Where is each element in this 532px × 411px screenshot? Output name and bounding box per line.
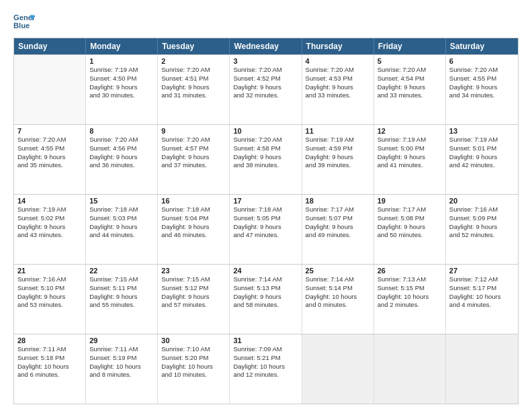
day-info: Sunrise: 7:17 AM Sunset: 5:08 PM Dayligh… bbox=[378, 205, 442, 240]
day-cell-empty-4-5 bbox=[374, 334, 446, 404]
header-day-wednesday: Wednesday bbox=[230, 38, 302, 54]
day-cell-22: 22Sunrise: 7:15 AM Sunset: 5:11 PM Dayli… bbox=[86, 265, 158, 334]
day-number: 30 bbox=[161, 336, 226, 345]
day-info: Sunrise: 7:11 AM Sunset: 5:19 PM Dayligh… bbox=[89, 345, 154, 379]
day-number: 29 bbox=[89, 336, 154, 345]
header-day-sunday: Sunday bbox=[14, 38, 86, 54]
day-cell-5: 5Sunrise: 7:20 AM Sunset: 4:54 PM Daylig… bbox=[374, 55, 446, 124]
day-cell-18: 18Sunrise: 7:17 AM Sunset: 5:07 PM Dayli… bbox=[302, 195, 374, 264]
day-info: Sunrise: 7:18 AM Sunset: 5:05 PM Dayligh… bbox=[233, 205, 298, 240]
day-number: 3 bbox=[233, 57, 298, 65]
day-number: 17 bbox=[233, 197, 298, 205]
day-cell-21: 21Sunrise: 7:16 AM Sunset: 5:10 PM Dayli… bbox=[14, 265, 86, 334]
day-info: Sunrise: 7:20 AM Sunset: 4:55 PM Dayligh… bbox=[17, 136, 82, 170]
day-number: 7 bbox=[17, 127, 82, 135]
day-cell-9: 9Sunrise: 7:20 AM Sunset: 4:57 PM Daylig… bbox=[158, 125, 230, 194]
calendar-row-3: 14Sunrise: 7:19 AM Sunset: 5:02 PM Dayli… bbox=[14, 194, 518, 264]
day-info: Sunrise: 7:11 AM Sunset: 5:18 PM Dayligh… bbox=[17, 345, 82, 379]
day-number: 11 bbox=[306, 127, 370, 135]
header-day-friday: Friday bbox=[374, 38, 446, 54]
day-info: Sunrise: 7:14 AM Sunset: 5:13 PM Dayligh… bbox=[233, 275, 298, 310]
day-info: Sunrise: 7:12 AM Sunset: 5:17 PM Dayligh… bbox=[449, 275, 515, 310]
day-cell-30: 30Sunrise: 7:10 AM Sunset: 5:20 PM Dayli… bbox=[158, 334, 230, 404]
day-info: Sunrise: 7:20 AM Sunset: 4:52 PM Dayligh… bbox=[233, 66, 298, 100]
svg-text:Blue: Blue bbox=[13, 21, 30, 30]
day-number: 6 bbox=[449, 57, 515, 65]
day-cell-12: 12Sunrise: 7:19 AM Sunset: 5:00 PM Dayli… bbox=[374, 125, 446, 194]
day-cell-27: 27Sunrise: 7:12 AM Sunset: 5:17 PM Dayli… bbox=[446, 265, 518, 334]
day-cell-8: 8Sunrise: 7:20 AM Sunset: 4:56 PM Daylig… bbox=[86, 125, 158, 194]
day-number: 19 bbox=[378, 197, 442, 205]
header-day-thursday: Thursday bbox=[302, 38, 374, 54]
day-number: 31 bbox=[233, 336, 298, 345]
calendar-header: SundayMondayTuesdayWednesdayThursdayFrid… bbox=[14, 38, 518, 54]
day-cell-6: 6Sunrise: 7:20 AM Sunset: 4:55 PM Daylig… bbox=[446, 55, 518, 124]
page: General Blue SundayMondayTuesdayWednesda… bbox=[0, 0, 532, 411]
day-number: 1 bbox=[89, 57, 154, 65]
day-cell-2: 2Sunrise: 7:20 AM Sunset: 4:51 PM Daylig… bbox=[158, 55, 230, 124]
day-number: 28 bbox=[17, 336, 82, 345]
day-cell-23: 23Sunrise: 7:15 AM Sunset: 5:12 PM Dayli… bbox=[158, 265, 230, 334]
day-info: Sunrise: 7:17 AM Sunset: 5:07 PM Dayligh… bbox=[306, 205, 370, 240]
day-info: Sunrise: 7:19 AM Sunset: 4:59 PM Dayligh… bbox=[306, 136, 370, 170]
day-number: 8 bbox=[89, 127, 154, 135]
day-number: 12 bbox=[378, 127, 442, 135]
day-cell-3: 3Sunrise: 7:20 AM Sunset: 4:52 PM Daylig… bbox=[230, 55, 302, 124]
day-info: Sunrise: 7:16 AM Sunset: 5:10 PM Dayligh… bbox=[17, 275, 82, 310]
day-cell-26: 26Sunrise: 7:13 AM Sunset: 5:15 PM Dayli… bbox=[374, 265, 446, 334]
day-info: Sunrise: 7:20 AM Sunset: 4:53 PM Dayligh… bbox=[306, 66, 370, 100]
day-info: Sunrise: 7:18 AM Sunset: 5:04 PM Dayligh… bbox=[161, 205, 226, 240]
day-number: 20 bbox=[449, 197, 515, 205]
calendar-row-2: 7Sunrise: 7:20 AM Sunset: 4:55 PM Daylig… bbox=[14, 124, 518, 194]
day-cell-17: 17Sunrise: 7:18 AM Sunset: 5:05 PM Dayli… bbox=[230, 195, 302, 264]
calendar-body: 1Sunrise: 7:19 AM Sunset: 4:50 PM Daylig… bbox=[14, 54, 518, 404]
day-cell-1: 1Sunrise: 7:19 AM Sunset: 4:50 PM Daylig… bbox=[86, 55, 158, 124]
day-number: 27 bbox=[449, 267, 515, 275]
day-number: 10 bbox=[233, 127, 298, 135]
day-number: 14 bbox=[17, 197, 82, 205]
day-cell-14: 14Sunrise: 7:19 AM Sunset: 5:02 PM Dayli… bbox=[14, 195, 86, 264]
day-number: 23 bbox=[161, 267, 226, 275]
day-info: Sunrise: 7:20 AM Sunset: 4:54 PM Dayligh… bbox=[378, 66, 442, 100]
day-cell-31: 31Sunrise: 7:09 AM Sunset: 5:21 PM Dayli… bbox=[230, 334, 302, 404]
day-number: 4 bbox=[306, 57, 370, 65]
day-number: 18 bbox=[306, 197, 370, 205]
day-number: 21 bbox=[17, 267, 82, 275]
day-number: 26 bbox=[378, 267, 442, 275]
calendar-row-4: 21Sunrise: 7:16 AM Sunset: 5:10 PM Dayli… bbox=[14, 264, 518, 334]
day-info: Sunrise: 7:16 AM Sunset: 5:09 PM Dayligh… bbox=[449, 205, 515, 240]
day-info: Sunrise: 7:20 AM Sunset: 4:51 PM Dayligh… bbox=[161, 66, 226, 100]
day-cell-20: 20Sunrise: 7:16 AM Sunset: 5:09 PM Dayli… bbox=[446, 195, 518, 264]
day-cell-28: 28Sunrise: 7:11 AM Sunset: 5:18 PM Dayli… bbox=[14, 334, 86, 404]
day-cell-25: 25Sunrise: 7:14 AM Sunset: 5:14 PM Dayli… bbox=[302, 265, 374, 334]
day-number: 15 bbox=[89, 197, 154, 205]
day-info: Sunrise: 7:15 AM Sunset: 5:12 PM Dayligh… bbox=[161, 275, 226, 310]
day-cell-11: 11Sunrise: 7:19 AM Sunset: 4:59 PM Dayli… bbox=[302, 125, 374, 194]
calendar-row-5: 28Sunrise: 7:11 AM Sunset: 5:18 PM Dayli… bbox=[14, 334, 518, 404]
day-number: 24 bbox=[233, 267, 298, 275]
page-header: General Blue bbox=[13, 11, 519, 32]
day-info: Sunrise: 7:10 AM Sunset: 5:20 PM Dayligh… bbox=[161, 345, 226, 379]
day-info: Sunrise: 7:19 AM Sunset: 5:02 PM Dayligh… bbox=[17, 205, 82, 240]
day-info: Sunrise: 7:18 AM Sunset: 5:03 PM Dayligh… bbox=[89, 205, 154, 240]
day-info: Sunrise: 7:15 AM Sunset: 5:11 PM Dayligh… bbox=[89, 275, 154, 310]
day-number: 25 bbox=[306, 267, 370, 275]
calendar-row-1: 1Sunrise: 7:19 AM Sunset: 4:50 PM Daylig… bbox=[14, 54, 518, 124]
day-info: Sunrise: 7:14 AM Sunset: 5:14 PM Dayligh… bbox=[306, 275, 370, 310]
header-day-saturday: Saturday bbox=[446, 38, 518, 54]
day-info: Sunrise: 7:19 AM Sunset: 5:00 PM Dayligh… bbox=[378, 136, 442, 170]
day-number: 22 bbox=[89, 267, 154, 275]
day-info: Sunrise: 7:20 AM Sunset: 4:56 PM Dayligh… bbox=[89, 136, 154, 170]
logo: General Blue bbox=[13, 11, 35, 32]
day-cell-16: 16Sunrise: 7:18 AM Sunset: 5:04 PM Dayli… bbox=[158, 195, 230, 264]
day-cell-4: 4Sunrise: 7:20 AM Sunset: 4:53 PM Daylig… bbox=[302, 55, 374, 124]
header-day-tuesday: Tuesday bbox=[158, 38, 230, 54]
day-number: 5 bbox=[378, 57, 442, 65]
day-cell-empty-4-6 bbox=[446, 334, 518, 404]
day-number: 9 bbox=[161, 127, 226, 135]
day-info: Sunrise: 7:20 AM Sunset: 4:58 PM Dayligh… bbox=[233, 136, 298, 170]
day-number: 2 bbox=[161, 57, 226, 65]
day-info: Sunrise: 7:20 AM Sunset: 4:55 PM Dayligh… bbox=[449, 66, 515, 100]
day-cell-24: 24Sunrise: 7:14 AM Sunset: 5:13 PM Dayli… bbox=[230, 265, 302, 334]
day-info: Sunrise: 7:20 AM Sunset: 4:57 PM Dayligh… bbox=[161, 136, 226, 170]
